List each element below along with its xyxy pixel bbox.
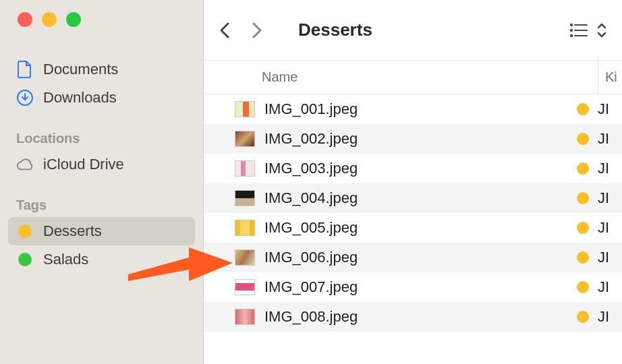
file-row[interactable]: IMG_004.jpegJI bbox=[204, 183, 622, 213]
column-header-name[interactable]: Name bbox=[262, 69, 598, 85]
sidebar-favorites: Documents Downloads bbox=[0, 55, 203, 112]
file-thumbnail bbox=[235, 190, 255, 206]
file-thumbnail bbox=[235, 279, 255, 295]
file-thumbnail bbox=[235, 101, 255, 117]
file-name: IMG_004.jpeg bbox=[264, 189, 568, 207]
file-kind: JI bbox=[598, 100, 622, 118]
window-title: Desserts bbox=[298, 20, 557, 40]
finder-window: Documents Downloads Locations bbox=[0, 0, 622, 364]
window-controls bbox=[0, 12, 203, 55]
file-name: IMG_006.jpeg bbox=[264, 249, 568, 266]
tag-dot-icon bbox=[16, 222, 34, 240]
sidebar-item-icloud-drive[interactable]: iCloud Drive bbox=[8, 150, 195, 179]
file-row[interactable]: IMG_007.jpegJI bbox=[204, 272, 622, 302]
file-tag bbox=[568, 133, 598, 145]
file-row[interactable]: IMG_008.jpegJI bbox=[204, 302, 622, 332]
svg-point-3 bbox=[571, 29, 572, 30]
tag-dot-icon bbox=[16, 251, 34, 268]
sidebar-item-label: Documents bbox=[43, 61, 118, 78]
forward-button[interactable] bbox=[251, 21, 271, 40]
file-tag bbox=[568, 162, 598, 175]
sidebar-tags: Tags DessertsSalads bbox=[0, 192, 203, 274]
file-name: IMG_003.jpeg bbox=[264, 160, 568, 177]
file-thumbnail bbox=[235, 309, 255, 325]
sidebar-item-label: iCloud Drive bbox=[43, 156, 124, 173]
main-area: Desserts bbox=[204, 0, 622, 364]
file-kind: JI bbox=[598, 130, 622, 148]
file-thumbnail bbox=[235, 220, 255, 236]
view-mode-control[interactable] bbox=[569, 22, 607, 39]
sidebar-tag-label: Salads bbox=[43, 251, 88, 268]
sidebar-tag-salads[interactable]: Salads bbox=[8, 245, 195, 274]
file-tag bbox=[568, 281, 598, 293]
file-tag bbox=[568, 311, 598, 323]
file-row[interactable]: IMG_005.jpegJI bbox=[204, 213, 622, 243]
file-thumbnail bbox=[235, 249, 255, 266]
file-name: IMG_005.jpeg bbox=[264, 219, 568, 237]
file-kind: JI bbox=[598, 278, 622, 296]
column-header-kind[interactable]: Ki bbox=[598, 61, 622, 94]
file-tag bbox=[568, 251, 598, 264]
svg-point-1 bbox=[571, 24, 572, 25]
zoom-button[interactable] bbox=[66, 12, 81, 27]
file-kind: JI bbox=[598, 189, 622, 207]
sidebar-item-downloads[interactable]: Downloads bbox=[8, 84, 195, 112]
sidebar-tag-label: Desserts bbox=[43, 222, 102, 240]
column-headers: Name Ki bbox=[204, 61, 622, 94]
close-button[interactable] bbox=[18, 12, 32, 27]
file-tag bbox=[568, 103, 598, 115]
toolbar: Desserts bbox=[204, 0, 622, 61]
file-row[interactable]: IMG_001.jpegJI bbox=[204, 94, 622, 124]
file-tag bbox=[568, 192, 598, 204]
sidebar-header-tags: Tags bbox=[8, 192, 195, 217]
file-row[interactable]: IMG_003.jpegJI bbox=[204, 154, 622, 183]
file-tag bbox=[568, 222, 598, 234]
sidebar-tag-desserts[interactable]: Desserts bbox=[8, 217, 195, 245]
file-kind: JI bbox=[598, 160, 622, 177]
sidebar-item-label: Downloads bbox=[43, 89, 117, 107]
file-name: IMG_001.jpeg bbox=[264, 100, 568, 118]
download-icon bbox=[16, 89, 34, 107]
file-name: IMG_008.jpeg bbox=[264, 308, 568, 326]
file-name: IMG_007.jpeg bbox=[264, 278, 568, 296]
back-button[interactable] bbox=[219, 21, 239, 40]
sidebar-header-locations: Locations bbox=[8, 125, 195, 150]
file-name: IMG_002.jpeg bbox=[264, 130, 568, 148]
chevron-up-down-icon bbox=[596, 22, 607, 39]
file-row[interactable]: IMG_006.jpegJI bbox=[204, 243, 622, 272]
document-icon bbox=[16, 61, 34, 78]
minimize-button[interactable] bbox=[42, 12, 57, 27]
file-thumbnail bbox=[235, 131, 255, 147]
sidebar-locations: Locations iCloud Drive bbox=[0, 125, 203, 179]
file-list: IMG_001.jpegJIIMG_002.jpegJIIMG_003.jpeg… bbox=[204, 94, 622, 332]
sidebar: Documents Downloads Locations bbox=[0, 0, 204, 364]
file-row[interactable]: IMG_002.jpegJI bbox=[204, 124, 622, 154]
file-kind: JI bbox=[598, 308, 622, 326]
cloud-icon bbox=[16, 156, 34, 173]
file-kind: JI bbox=[598, 219, 622, 237]
svg-point-5 bbox=[571, 34, 572, 36]
file-thumbnail bbox=[235, 160, 255, 177]
list-view-icon bbox=[569, 23, 588, 38]
sidebar-item-documents[interactable]: Documents bbox=[8, 55, 195, 84]
file-kind: JI bbox=[598, 249, 622, 266]
